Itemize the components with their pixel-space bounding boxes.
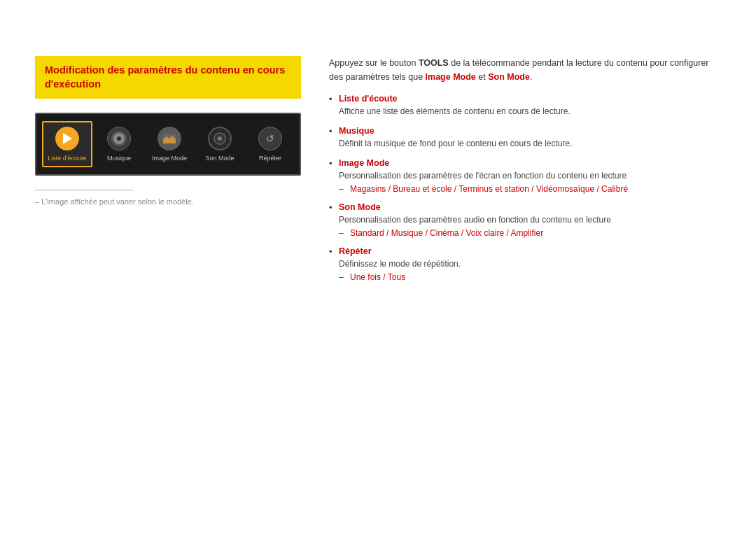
play-icon	[63, 133, 72, 144]
sub-item-repeter: Une fois / Tous	[339, 272, 721, 282]
item-desc-musique: Définit la musique de fond pour le conte…	[339, 137, 721, 150]
disc-icon	[111, 131, 127, 146]
intro-et: et	[476, 72, 488, 82]
sound-icon-circle	[208, 127, 232, 150]
sub-item-son-links: Standard / Musique / Cinéma / Voix clair…	[350, 228, 543, 238]
ui-item-image: Image Mode	[146, 122, 193, 166]
item-title-repeter: Répéter	[339, 246, 721, 256]
intro-paragraph: Appuyez sur le bouton TOOLS de la téléco…	[329, 56, 721, 84]
list-item-liste: Liste d'écoute Affiche une liste des élé…	[329, 94, 721, 118]
right-column: Appuyez sur le bouton TOOLS de la téléco…	[329, 56, 721, 290]
ui-label-son: Son Mode	[205, 155, 234, 162]
features-list: Liste d'écoute Affiche une liste des élé…	[329, 94, 721, 282]
item-title-son: Son Mode	[339, 202, 721, 212]
image-icon	[163, 134, 176, 143]
note-text: L'image affichée peut varier selon le mo…	[35, 197, 194, 206]
item-desc-image: Personnalisation des paramètres de l'écr…	[339, 169, 721, 182]
repeat-icon-circle: ↺	[258, 127, 282, 150]
list-item-son: Son Mode Personnalisation des paramètres…	[329, 202, 721, 238]
left-column: Modification des paramètres du contenu e…	[35, 56, 301, 290]
ui-item-repeter: ↺ Répéter	[246, 122, 294, 166]
sub-list-son: Standard / Musique / Cinéma / Voix clair…	[339, 228, 721, 238]
repeat-icon: ↺	[266, 133, 274, 144]
page-container: Modification des paramètres du contenu e…	[35, 56, 721, 290]
sub-list-image: Magasins / Bureau et école / Terminus et…	[339, 184, 721, 194]
item-desc-son: Personnalisation des paramètres audio en…	[339, 213, 721, 226]
list-item-repeter: Répéter Définissez le mode de répétition…	[329, 246, 721, 282]
sub-item-son: Standard / Musique / Cinéma / Voix clair…	[339, 228, 721, 238]
item-desc-liste: Affiche une liste des éléments de conten…	[339, 105, 721, 118]
divider	[35, 190, 133, 190]
son-mode-link: Son Mode	[488, 72, 530, 82]
sound-icon	[214, 132, 226, 145]
item-title-liste: Liste d'écoute	[339, 94, 721, 104]
svg-point-3	[218, 137, 221, 140]
tools-bold: TOOLS	[419, 58, 449, 68]
ui-label-repeter: Répéter	[259, 155, 281, 162]
image-icon-circle	[158, 127, 181, 150]
sub-item-image-links: Magasins / Bureau et école / Terminus et…	[350, 184, 628, 194]
ui-label-image: Image Mode	[152, 155, 187, 162]
list-item-image: Image Mode Personnalisation des paramètr…	[329, 158, 721, 194]
title-box: Modification des paramètres du contenu e…	[35, 56, 301, 99]
list-item-musique: Musique Définit la musique de fond pour …	[329, 126, 721, 150]
sub-list-repeter: Une fois / Tous	[339, 272, 721, 282]
device-ui-preview: Liste d'écoute Musique Image Mode	[35, 113, 301, 176]
page-title: Modification des paramètres du contenu e…	[45, 63, 291, 92]
sub-item-repeter-links: Une fois / Tous	[350, 272, 405, 282]
ui-item-son: Son Mode	[196, 122, 244, 166]
intro-before: Appuyez sur le bouton	[329, 58, 419, 68]
ui-label-liste: Liste d'écoute	[48, 155, 86, 162]
play-icon-circle	[55, 127, 79, 150]
image-mode-link: Image Mode	[426, 72, 476, 82]
intro-end: .	[530, 72, 532, 82]
sub-item-image: Magasins / Bureau et école / Terminus et…	[339, 184, 721, 194]
item-desc-repeter: Définissez le mode de répétition.	[339, 258, 721, 270]
ui-item-liste: Liste d'écoute	[42, 121, 92, 167]
disc-icon-circle	[107, 127, 131, 150]
item-title-musique: Musique	[339, 126, 721, 136]
ui-label-musique: Musique	[107, 155, 131, 162]
item-title-image: Image Mode	[339, 158, 721, 168]
ui-item-musique: Musique	[95, 122, 143, 166]
